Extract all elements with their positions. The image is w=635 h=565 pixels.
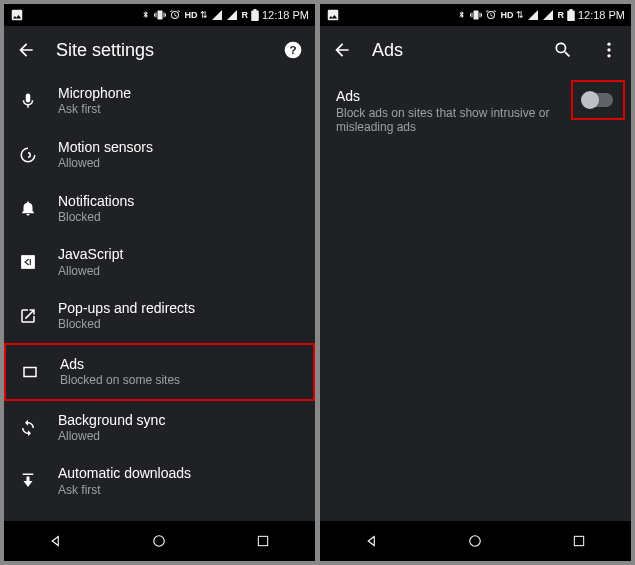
highlight-box — [571, 80, 625, 120]
signal-icon — [527, 9, 539, 21]
ads-icon — [20, 363, 40, 381]
svg-point-8 — [470, 536, 481, 547]
data-arrows-icon: ⇅ — [516, 10, 524, 20]
nav-home[interactable] — [139, 521, 179, 561]
svg-point-7 — [607, 54, 610, 57]
item-title: Automatic downloads — [58, 464, 301, 482]
ads-detail[interactable]: Ads Block ads on sites that show intrusi… — [320, 74, 631, 134]
r-indicator: R — [241, 10, 248, 20]
item-title: Motion sensors — [58, 138, 301, 156]
svg-point-5 — [607, 43, 610, 46]
settings-list: MicrophoneAsk firstMotion sensorsAllowed… — [4, 74, 315, 521]
image-icon — [326, 8, 340, 22]
bluetooth-icon — [140, 10, 151, 21]
item-sub: Blocked on some sites — [60, 373, 299, 389]
item-sub: Allowed — [58, 264, 301, 280]
phone-left: HD ⇅ R 12:18 PM Site settings ? Micropho… — [4, 4, 315, 561]
settings-item-bell[interactable]: NotificationsBlocked — [4, 182, 315, 236]
item-title: Microphone — [58, 84, 301, 102]
status-bar: HD ⇅ R 12:18 PM — [320, 4, 631, 26]
nav-bar — [4, 521, 315, 561]
hd-indicator: HD — [500, 10, 513, 20]
phone-right: HD ⇅ R 12:18 PM Ads Ads Block a — [320, 4, 631, 561]
item-sub: Allowed — [58, 156, 301, 172]
back-button[interactable] — [332, 40, 352, 60]
svg-rect-2 — [24, 367, 36, 376]
settings-item-sync[interactable]: Background syncAllowed — [4, 401, 315, 455]
settings-item-js[interactable]: JavaScriptAllowed — [4, 235, 315, 289]
svg-text:?: ? — [289, 43, 296, 56]
signal-icon — [211, 9, 223, 21]
ads-detail-sub: Block ads on sites that show intrusive o… — [336, 106, 556, 134]
bell-icon — [18, 199, 38, 217]
popup-icon — [18, 307, 38, 325]
alarm-icon — [485, 9, 497, 21]
settings-item-media[interactable]: Media — [4, 508, 315, 521]
item-sub: Blocked — [58, 317, 301, 333]
overflow-button[interactable] — [599, 40, 619, 60]
signal-icon-2 — [542, 9, 554, 21]
svg-point-3 — [154, 536, 165, 547]
signal-icon-2 — [226, 9, 238, 21]
back-button[interactable] — [16, 40, 36, 60]
help-button[interactable]: ? — [283, 40, 303, 60]
alarm-icon — [169, 9, 181, 21]
sync-icon — [18, 419, 38, 437]
item-sub: Blocked — [58, 210, 301, 226]
item-sub: Ask first — [58, 483, 301, 499]
hd-indicator: HD — [184, 10, 197, 20]
app-bar: Ads — [320, 26, 631, 74]
svg-rect-4 — [258, 536, 267, 545]
nav-bar — [320, 521, 631, 561]
svg-point-6 — [607, 48, 610, 51]
status-time: 12:18 PM — [262, 9, 309, 21]
svg-rect-9 — [574, 536, 583, 545]
nav-home[interactable] — [455, 521, 495, 561]
settings-item-download[interactable]: Automatic downloadsAsk first — [4, 454, 315, 508]
mic-icon — [18, 92, 38, 110]
nav-recent[interactable] — [243, 521, 283, 561]
search-button[interactable] — [553, 40, 573, 60]
nav-back[interactable] — [352, 521, 392, 561]
settings-item-ads[interactable]: AdsBlocked on some sites — [4, 343, 315, 401]
item-title: JavaScript — [58, 245, 301, 263]
battery-icon — [567, 9, 575, 21]
nav-back[interactable] — [36, 521, 76, 561]
js-icon — [18, 253, 38, 271]
page-title: Site settings — [56, 40, 263, 61]
battery-icon — [251, 9, 259, 21]
item-sub: Ask first — [58, 102, 301, 118]
page-title: Ads — [372, 40, 533, 61]
download-icon — [18, 472, 38, 490]
settings-item-motion[interactable]: Motion sensorsAllowed — [4, 128, 315, 182]
motion-icon — [18, 146, 38, 164]
status-bar: HD ⇅ R 12:18 PM — [4, 4, 315, 26]
ads-toggle[interactable] — [583, 93, 613, 107]
r-indicator: R — [557, 10, 564, 20]
item-title: Background sync — [58, 411, 301, 429]
item-title: Ads — [60, 355, 299, 373]
vibrate-icon — [470, 9, 482, 21]
settings-item-mic[interactable]: MicrophoneAsk first — [4, 74, 315, 128]
nav-recent[interactable] — [559, 521, 599, 561]
item-title: Notifications — [58, 192, 301, 210]
image-icon — [10, 8, 24, 22]
vibrate-icon — [154, 9, 166, 21]
item-title: Pop-ups and redirects — [58, 299, 301, 317]
settings-item-popup[interactable]: Pop-ups and redirectsBlocked — [4, 289, 315, 343]
app-bar: Site settings ? — [4, 26, 315, 74]
data-arrows-icon: ⇅ — [200, 10, 208, 20]
status-time: 12:18 PM — [578, 9, 625, 21]
item-sub: Allowed — [58, 429, 301, 445]
bluetooth-icon — [456, 10, 467, 21]
